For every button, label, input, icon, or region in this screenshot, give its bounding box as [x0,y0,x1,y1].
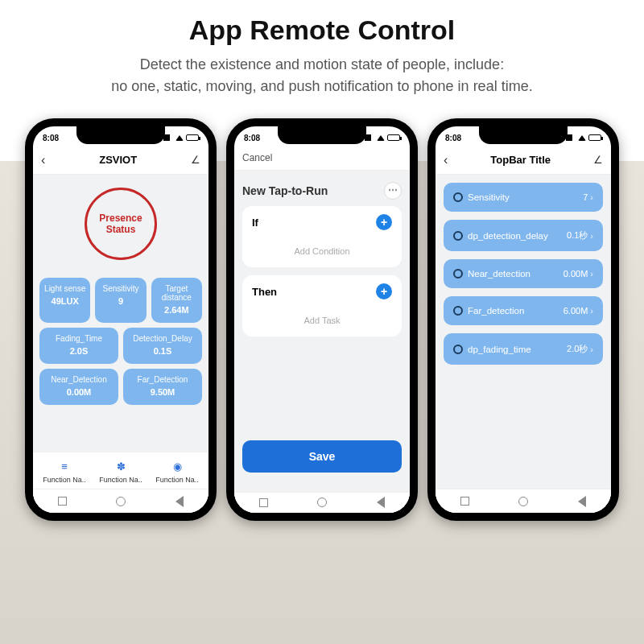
nav-recent[interactable] [58,497,67,506]
android-nav [436,489,611,513]
add-condition-button[interactable]: + [376,214,392,230]
tile-near-detection[interactable]: Near_Detection0.00M [39,369,118,405]
tile-value: 0.00M [44,387,114,397]
more-icon[interactable]: ⋯ [384,182,402,200]
tile-grid: Light sense49LUXSensitivity9Target dista… [33,273,208,410]
topbar: ‹ ZSVIOT ∠ [33,146,208,175]
nav-home[interactable] [116,497,126,506]
wifi-icon [175,135,184,141]
setting-row-sensitivity[interactable]: Sensitivity7› [444,183,603,212]
notch [278,126,366,144]
gear-icon [453,306,463,316]
tile-light-sense[interactable]: Light sense49LUX [39,278,90,323]
tile-target-distance[interactable]: Target distance2.64M [151,278,202,323]
tile-label: Near_Detection [44,375,114,384]
gear-icon [453,269,463,279]
nav-recent[interactable] [460,497,469,506]
nav-back[interactable] [377,497,385,508]
chevron-right-icon: › [590,345,593,354]
function-row: ≡Function Na..✽Function Na..◉Function Na… [33,452,208,489]
setting-value: 6.00M [564,306,588,316]
edit-icon[interactable]: ∠ [593,154,603,166]
phones-row: 8:08 ‹ ZSVIOT ∠ Presence Status Light se… [0,118,644,521]
function-label: Function Na.. [99,476,142,484]
tile-value: 49LUX [44,296,85,306]
nav-back[interactable] [578,496,586,507]
nav-home[interactable] [317,497,327,507]
setting-row-dp-detection-delay[interactable]: dp_detection_delay0.1秒› [444,220,603,251]
tile-fading-time[interactable]: Fading_Time2.0S [39,328,118,364]
android-nav [234,492,410,513]
presence-status-ring[interactable]: Presence Status [85,188,157,260]
tile-label: Far_Detection [128,375,197,384]
setting-value: 7 [583,192,588,202]
setting-row-near-detection[interactable]: Near_detection0.00M› [444,259,603,288]
function-button[interactable]: ✽Function Na.. [99,459,142,484]
topbar-title: TopBar Title [448,154,593,166]
then-label: Then [252,286,277,298]
header: App Remote Control Detect the existence … [0,0,644,97]
tile-value: 2.64M [156,305,197,315]
topbar: Cancel [234,146,410,171]
page-title: App Remote Control [32,14,612,46]
signal-icon [365,134,374,141]
setting-row-far-detection[interactable]: Far_detection6.00M› [444,296,603,325]
battery-icon [387,134,400,141]
page-subtitle: Detect the existence and motion state of… [32,54,612,97]
setting-value: 0.1秒 [567,229,588,242]
nav-back[interactable] [175,496,184,507]
clock: 8:08 [43,134,59,142]
tile-label: Light sense [44,284,85,293]
setting-row-dp-fading-time[interactable]: dp_fading_time2.0秒› [444,333,603,365]
setting-label: Sensitivity [468,192,510,202]
function-button[interactable]: ≡Function Na.. [43,459,86,484]
tile-detection-delay[interactable]: Detection_Delay0.1S [123,328,202,364]
nav-home[interactable] [518,497,528,506]
nav-recent[interactable] [259,498,268,507]
save-button[interactable]: Save [242,440,402,473]
tile-sensitivity[interactable]: Sensitivity9 [95,278,146,323]
tile-label: Target distance [156,284,197,302]
add-task-hint[interactable]: Add Task [242,308,402,336]
tile-label: Detection_Delay [128,334,197,343]
chevron-right-icon: › [590,231,593,241]
wifi-icon [377,135,385,141]
tile-value: 9 [100,296,141,306]
battery-icon [588,134,601,141]
signal-icon [566,134,576,141]
function-icon: ◉ [170,459,184,473]
then-card: Then + Add Task [242,275,402,336]
phone-3: 8:08 ‹ TopBar Title ∠ Sensitivity7›dp_de… [427,118,619,521]
notch [479,126,568,144]
signal-icon [163,134,173,141]
add-condition-hint[interactable]: Add Condition [242,238,402,267]
chevron-right-icon: › [590,306,593,316]
function-button[interactable]: ◉Function Na.. [155,459,199,484]
edit-icon[interactable]: ∠ [191,154,200,166]
setting-value: 2.0秒 [567,343,588,355]
tile-value: 9.50M [128,387,197,397]
cancel-button[interactable]: Cancel [242,152,272,163]
chevron-right-icon: › [590,269,593,279]
clock: 8:08 [244,134,260,142]
setting-label: Near_detection [468,269,530,279]
presence-status-label: Presence Status [99,213,142,236]
topbar: ‹ TopBar Title ∠ [436,146,611,175]
tile-label: Fading_Time [44,334,114,343]
if-card: If + Add Condition [242,206,402,267]
automation-title: New Tap-to-Run [242,184,328,197]
setting-label: Far_detection [468,306,524,316]
function-icon: ✽ [114,459,128,473]
function-label: Function Na.. [43,476,86,484]
notch [76,126,165,144]
if-label: If [252,217,258,229]
function-label: Function Na.. [155,476,199,484]
wifi-icon [578,135,586,141]
add-task-button[interactable]: + [376,283,392,299]
chevron-right-icon: › [590,192,593,202]
topbar-title: ZSVIOT [45,154,191,166]
android-nav [33,489,208,513]
setting-label: dp_fading_time [468,345,531,354]
clock: 8:08 [445,134,461,142]
tile-far-detection[interactable]: Far_Detection9.50M [123,369,202,405]
